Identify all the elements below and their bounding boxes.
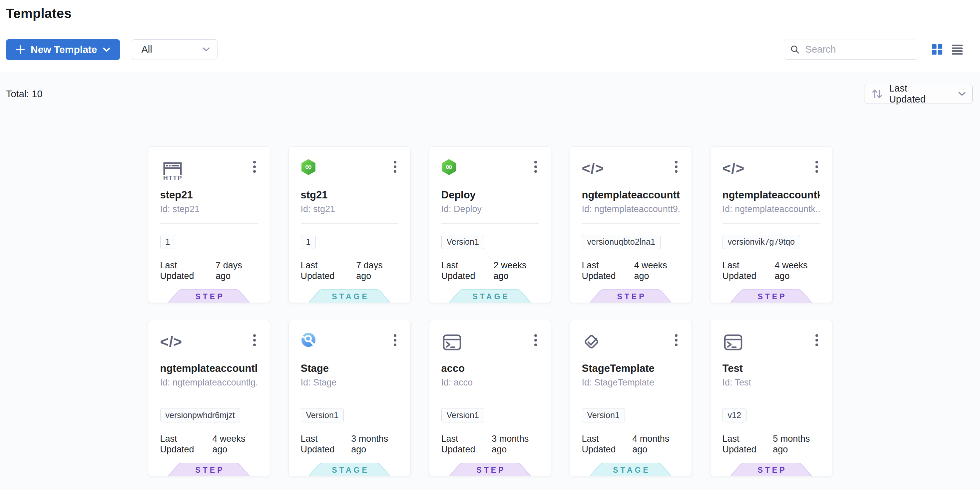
last-updated-value: 4 weeks ago [634,260,679,281]
view-toggles [932,44,963,55]
template-id: Id: Deploy [441,203,539,215]
grid-view-icon [932,44,942,55]
entity-type-ribbon: STEP [449,463,531,476]
toolbar: New Template All [0,27,980,72]
meta-row: Total: 10 Last Updated [0,72,980,104]
kebab-menu-icon[interactable] [251,333,258,347]
code-icon: </> [722,159,745,178]
kebab-menu-icon[interactable] [813,159,820,174]
version-badge: Version1 [441,408,484,422]
card-divider [582,397,679,397]
last-updated-value: 3 months ago [351,433,398,455]
version-badge: versionvik7g79tqo [722,235,800,249]
last-updated-value: 4 months ago [632,433,679,455]
last-updated-value: 5 months ago [773,433,820,455]
kebab-menu-icon[interactable] [532,159,539,174]
template-card[interactable]: HTTP step21 Id: step21 1 Last Updated 7 … [148,146,270,303]
search-icon [790,44,800,55]
kebab-menu-icon[interactable] [673,159,679,174]
svg-text:HTTP: HTTP [163,174,183,181]
template-card[interactable]: ∞ Deploy Id: Deploy Version1 Last Update… [429,146,551,303]
template-card[interactable]: Test Id: Test v12 Last Updated 5 months … [710,320,832,476]
template-id: Id: Test [722,377,820,388]
version-badge: Version1 [301,408,344,422]
card-divider [301,397,398,397]
template-title: ngtemplateaccountl... [160,362,258,375]
last-updated-label: Last Updated [722,433,769,455]
template-id: Id: ngtemplateaccountk... [722,203,820,215]
new-template-button[interactable]: New Template [6,39,120,60]
entity-type-ribbon: STAGE [309,289,390,303]
template-card[interactable]: </> ngtemplateaccountk... Id: ngtemplate… [710,146,832,303]
last-updated-label: Last Updated [160,433,208,455]
entity-type-ribbon: STEP [730,289,812,303]
chevron-down-icon [103,47,111,52]
last-updated-label: Last Updated [582,260,630,281]
kebab-menu-icon[interactable] [813,333,820,347]
entity-type-ribbon: STEP [168,463,250,476]
last-updated-label: Last Updated [160,260,212,281]
template-card[interactable]: StageTemplate Id: StageTemplate Version1… [570,320,692,476]
kebab-menu-icon[interactable] [251,159,258,174]
entity-type-ribbon: STEP [730,463,812,476]
template-id: Id: StageTemplate [582,377,679,388]
template-id: Id: acco [441,377,539,388]
code-icon: </> [582,159,604,178]
kebab-menu-icon[interactable] [673,333,679,347]
template-title: ngtemplateaccountk... [722,189,820,201]
scope-filter-value: All [142,44,152,55]
search-input[interactable] [805,44,912,55]
approval-icon [582,332,601,353]
list-view-icon [952,44,963,55]
http-icon: HTTP [160,159,183,182]
template-card[interactable]: Stage Id: Stage Version1 Last Updated 3 … [288,320,411,476]
plus-icon [15,44,25,55]
code-icon: </> [160,332,183,352]
last-updated-label: Last Updated [582,433,628,455]
template-title: acco [441,362,539,375]
terminal-icon [722,332,744,354]
version-badge: Version1 [441,235,484,249]
template-id: Id: step21 [160,203,258,215]
version-badge: versionpwhdr6mjzt [160,408,240,422]
last-updated-label: Last Updated [722,260,770,281]
last-updated-label: Last Updated [441,433,488,455]
total-count: Total: 10 [6,89,43,100]
template-card[interactable]: ∞ stg21 Id: stg21 1 Last Updated 7 days … [288,146,411,303]
last-updated-value: 3 months ago [492,433,539,455]
list-view-button[interactable] [952,44,963,55]
card-divider [722,397,820,397]
last-updated-value: 4 weeks ago [213,433,258,455]
card-divider [160,397,258,397]
template-title: step21 [160,189,258,201]
template-id: Id: stg21 [301,203,398,215]
template-card[interactable]: acco Id: acco Version1 Last Updated 3 mo… [429,320,551,476]
version-badge: 1 [160,235,175,249]
entity-type-ribbon: STEP [168,289,250,303]
template-grid: HTTP step21 Id: step21 1 Last Updated 7 … [148,146,832,476]
version-badge: versionuqbto2lna1 [582,235,660,249]
entity-type-ribbon: STAGE [449,289,531,303]
svg-text:∞: ∞ [445,162,453,172]
sort-select[interactable]: Last Updated [864,84,973,104]
version-badge: 1 [301,235,316,249]
sort-arrows-icon [871,88,883,100]
last-updated-label: Last Updated [301,260,352,281]
grid-view-button[interactable] [932,44,942,55]
last-updated-value: 7 days ago [216,260,258,281]
kebab-menu-icon[interactable] [392,333,398,347]
template-title: StageTemplate [582,362,679,375]
scope-filter-select[interactable]: All [132,39,218,60]
kebab-menu-icon[interactable] [532,333,539,347]
kebab-menu-icon[interactable] [392,159,398,174]
custom-stage-icon [301,332,316,349]
template-card[interactable]: </> ngtemplateaccountl... Id: ngtemplate… [148,320,270,476]
template-title: ngtemplateaccountt... [582,189,679,201]
chevron-down-icon [202,47,210,52]
last-updated-value: 4 weeks ago [775,260,820,281]
last-updated-label: Last Updated [441,260,489,281]
templates-section: Total: 10 Last Updated HTTP step21 Id: s… [0,72,980,490]
template-id: Id: ngtemplateaccountt9... [582,203,679,215]
template-card[interactable]: </> ngtemplateaccountt... Id: ngtemplate… [570,146,692,303]
new-template-label: New Template [31,44,97,55]
